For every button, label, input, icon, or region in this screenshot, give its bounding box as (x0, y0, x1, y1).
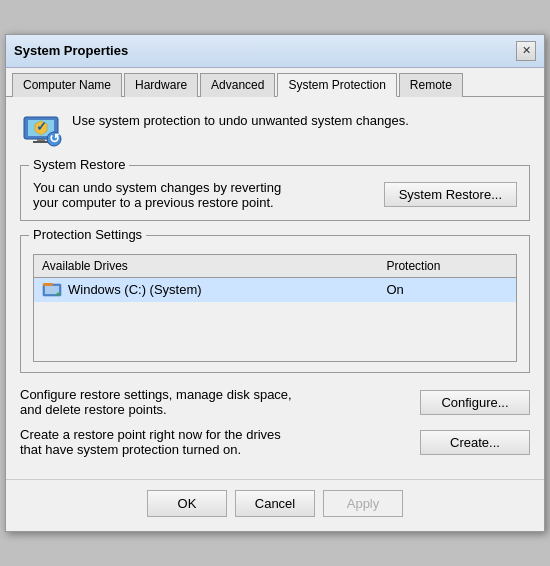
tab-remote[interactable]: Remote (399, 73, 463, 97)
cancel-button[interactable]: Cancel (235, 490, 315, 517)
svg-rect-11 (43, 283, 53, 286)
system-restore-button[interactable]: System Restore... (384, 182, 517, 207)
tab-hardware[interactable]: Hardware (124, 73, 198, 97)
window-title: System Properties (14, 43, 128, 58)
svg-text:↺: ↺ (49, 131, 60, 146)
title-bar: System Properties ✕ (6, 35, 544, 68)
drive-icon (42, 282, 62, 298)
svg-point-10 (57, 292, 60, 295)
protection-status: On (378, 277, 516, 302)
create-button[interactable]: Create... (420, 430, 530, 455)
protection-settings-label: Protection Settings (29, 227, 146, 242)
create-row: Create a restore point right now for the… (20, 427, 530, 457)
create-description: Create a restore point right now for the… (20, 427, 300, 457)
ok-button[interactable]: OK (147, 490, 227, 517)
svg-text:✓: ✓ (36, 119, 47, 134)
dialog-footer: OK Cancel Apply (6, 479, 544, 531)
svg-rect-9 (45, 286, 59, 294)
restore-section: You can undo system changes by reverting… (33, 176, 517, 210)
info-text: Use system protection to undo unwanted s… (72, 109, 409, 128)
table-row[interactable]: Windows (C:) (System) On (34, 277, 517, 302)
protection-column-header: Protection (378, 254, 516, 277)
drives-table: Available Drives Protection (33, 254, 517, 363)
configure-row: Configure restore settings, manage disk … (20, 387, 530, 417)
tab-content: ✓ ↺ Use system protection to undo unwant… (6, 97, 544, 480)
system-restore-label: System Restore (29, 157, 129, 172)
protection-settings-group: Protection Settings Available Drives Pro… (20, 235, 530, 374)
drives-column-header: Available Drives (34, 254, 379, 277)
svg-rect-5 (33, 141, 49, 143)
drive-name: Windows (C:) (System) (68, 282, 202, 297)
empty-row (34, 302, 517, 362)
system-restore-group: System Restore You can undo system chang… (20, 165, 530, 221)
tab-bar: Computer Name Hardware Advanced System P… (6, 68, 544, 97)
tab-computer-name[interactable]: Computer Name (12, 73, 122, 97)
shield-icon: ✓ ↺ (20, 109, 62, 151)
info-section: ✓ ↺ Use system protection to undo unwant… (20, 109, 530, 151)
system-properties-window: System Properties ✕ Computer Name Hardwa… (5, 34, 545, 533)
configure-button[interactable]: Configure... (420, 390, 530, 415)
tab-advanced[interactable]: Advanced (200, 73, 275, 97)
tab-system-protection[interactable]: System Protection (277, 73, 396, 97)
configure-description: Configure restore settings, manage disk … (20, 387, 300, 417)
apply-button[interactable]: Apply (323, 490, 403, 517)
close-button[interactable]: ✕ (516, 41, 536, 61)
restore-description: You can undo system changes by reverting… (33, 180, 293, 210)
drive-cell: Windows (C:) (System) (34, 277, 379, 302)
